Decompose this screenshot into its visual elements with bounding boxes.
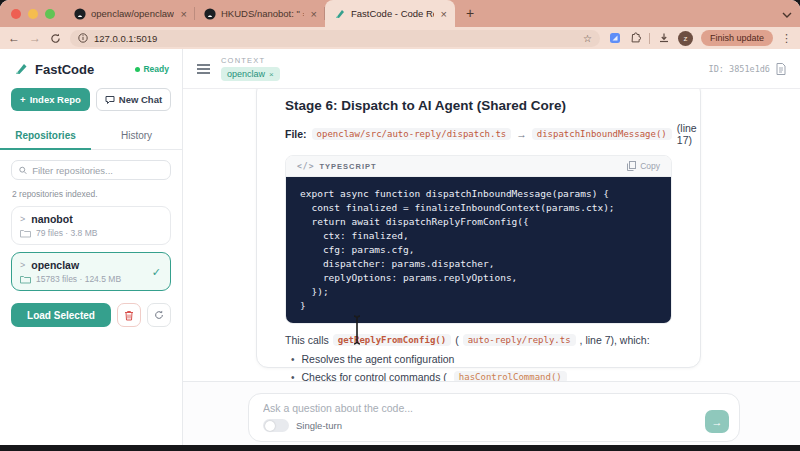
tab-search-chevron-icon[interactable] [782, 4, 792, 22]
repo-card-nanobot[interactable]: > nanobot 79 files · 3.8 MB [11, 206, 171, 245]
profile-avatar[interactable]: z [678, 31, 693, 46]
close-tab-icon[interactable]: × [179, 8, 189, 20]
app-title: FastCode [35, 62, 94, 77]
chat-bubble-icon [105, 95, 115, 105]
minimize-window-button[interactable] [28, 9, 38, 19]
fastcode-favicon [334, 8, 346, 20]
tab-repositories[interactable]: Repositories [0, 123, 91, 149]
context-chip-label: openclaw [227, 69, 265, 79]
delete-repo-button[interactable] [117, 303, 141, 327]
remove-context-icon[interactable]: × [269, 70, 274, 79]
trash-icon [124, 310, 134, 321]
context-label: CONTEXT [221, 56, 280, 65]
calls-file-chip[interactable]: auto-reply/reply.ts [463, 334, 576, 346]
repo-name: nanobot [31, 213, 72, 225]
browser-tab-active[interactable]: FastCode - Code Repository × [325, 0, 455, 27]
repo-meta: 15783 files · 124.5 MB [36, 274, 121, 284]
refresh-icon [154, 310, 164, 320]
repo-card-openclaw[interactable]: > openclaw 15783 files · 124.5 MB ✓ [11, 252, 171, 291]
index-repo-button[interactable]: + Index Repo [11, 88, 90, 111]
file-label: File: [285, 128, 307, 140]
browser-tab[interactable]: openclaw/openclaw: Your ow × [65, 0, 195, 27]
code-body[interactable]: export async function dispatchInboundMes… [286, 177, 671, 323]
toolbar-icons: z Finish update ⋮ [609, 30, 792, 46]
bookmark-star-icon[interactable]: ☆ [583, 33, 592, 44]
chevron-right-icon[interactable]: > [20, 214, 25, 224]
stage-heading: Stage 6: Dispatch to AI Agent (Shared Co… [285, 98, 672, 113]
sidebar-actions: + Index Repo New Chat [11, 88, 171, 111]
single-turn-label: Single-turn [296, 420, 342, 431]
back-button[interactable]: ← [8, 32, 20, 44]
window-controls[interactable] [0, 0, 65, 27]
file-path-chip[interactable]: openclaw/src/auto-reply/dispatch.ts [312, 128, 512, 140]
github-icon [204, 8, 216, 20]
control-command-chip[interactable]: hasControlCommand() [454, 371, 567, 381]
session-id-label: ID: 3851e1d6 [709, 64, 770, 74]
refresh-repo-button[interactable] [147, 303, 171, 327]
index-repo-label: Index Repo [30, 94, 81, 105]
toggle-row: Single-turn [263, 419, 342, 432]
code-block-header: </> TYPESCRIPT Copy [286, 156, 671, 177]
extensions-puzzle-icon[interactable] [629, 32, 641, 44]
profile-extension-icon[interactable] [609, 32, 621, 44]
copy-label: Copy [640, 161, 660, 171]
context-block: CONTEXT openclaw × [221, 56, 280, 81]
url-text: 127.0.0.1:5019 [94, 33, 577, 44]
tab-title: FastCode - Code Repository [351, 8, 434, 19]
new-chat-label: New Chat [119, 94, 162, 105]
ask-question-input[interactable] [263, 402, 725, 414]
address-bar[interactable]: 127.0.0.1:5019 ☆ [70, 30, 600, 47]
calls-open-paren: ( [455, 334, 459, 346]
document-icon[interactable] [776, 63, 786, 75]
reload-button[interactable] [50, 33, 61, 44]
repo-meta: 79 files · 3.8 MB [36, 228, 97, 238]
chevron-right-icon[interactable]: > [20, 260, 25, 270]
forward-button[interactable]: → [29, 32, 41, 44]
close-window-button[interactable] [11, 9, 21, 19]
tab-title: HKUDS/nanobot: " = nanob [221, 8, 304, 19]
downloads-icon[interactable] [658, 32, 670, 44]
single-turn-toggle[interactable] [263, 419, 289, 432]
composer-area: Single-turn → [183, 381, 800, 445]
status-dot [135, 67, 140, 72]
browser-tab[interactable]: HKUDS/nanobot: " = nanob × [195, 0, 325, 27]
browser-toolbar: ← → 127.0.0.1:5019 ☆ z Finish update ⋮ [0, 27, 800, 49]
sidebar: FastCode Ready + Index Repo New Chat Rep… [0, 49, 183, 445]
main-panel: CONTEXT openclaw × ID: 3851e1d6 Stage 6:… [183, 49, 800, 445]
copy-code-button[interactable]: Copy [627, 161, 660, 171]
arrow-right-icon: → [516, 128, 527, 140]
github-icon [74, 8, 86, 20]
function-chip[interactable]: dispatchInboundMessage() [532, 128, 672, 140]
brand-row: FastCode Ready [11, 59, 171, 77]
site-info-icon[interactable] [78, 33, 88, 43]
send-button[interactable]: → [705, 410, 729, 433]
hamburger-menu-icon[interactable] [197, 64, 210, 74]
close-tab-icon[interactable]: × [439, 8, 449, 20]
check-icon: ✓ [152, 265, 161, 278]
bullet-icon: • [291, 372, 295, 382]
assistant-message-card: Stage 6: Dispatch to AI Agent (Shared Co… [256, 89, 701, 368]
bullet-text: Checks for control commands ( [302, 371, 447, 381]
context-chip-openclaw[interactable]: openclaw × [221, 67, 280, 81]
load-selected-button[interactable]: Load Selected [11, 303, 111, 327]
new-chat-button[interactable]: New Chat [96, 88, 171, 111]
tab-history[interactable]: History [91, 123, 182, 149]
tab-title: openclaw/openclaw: Your ow [91, 8, 174, 19]
search-icon [19, 166, 27, 175]
code-block: </> TYPESCRIPT Copy export async functio… [285, 155, 672, 324]
status-badge: Ready [135, 64, 169, 74]
close-tab-icon[interactable]: × [309, 8, 319, 20]
filter-repositories-input[interactable] [32, 165, 163, 176]
bullet-list: • Resolves the agent configuration • Che… [285, 353, 672, 381]
new-tab-button[interactable]: + [459, 2, 481, 24]
question-input-box: Single-turn → [248, 393, 740, 442]
copy-icon [627, 161, 636, 171]
code-language-badge: </> TYPESCRIPT [297, 162, 377, 171]
header-right: ID: 3851e1d6 [709, 63, 786, 75]
zoom-window-button[interactable] [45, 9, 55, 19]
finish-update-button[interactable]: Finish update [701, 30, 773, 46]
chat-header: CONTEXT openclaw × ID: 3851e1d6 [183, 49, 800, 89]
filter-box [11, 160, 171, 180]
line-ref-label: (line 17) [677, 122, 697, 146]
chrome-menu-icon[interactable]: ⋮ [781, 32, 792, 45]
